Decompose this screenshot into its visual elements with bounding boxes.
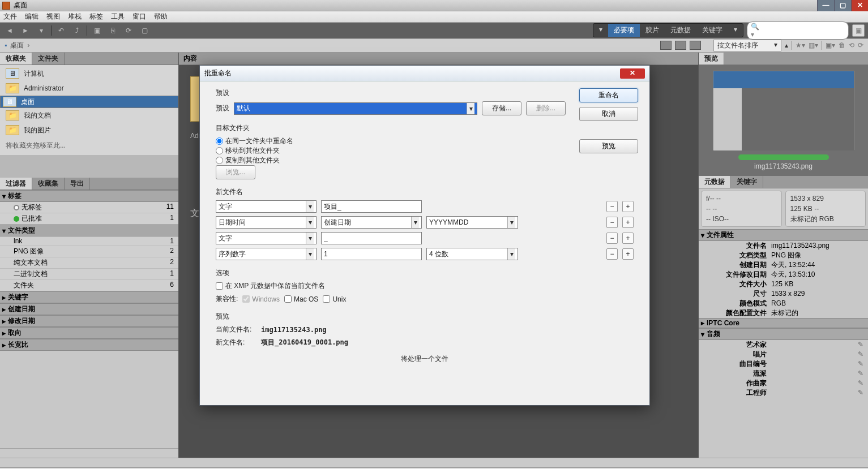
dialog-titlebar[interactable]: 批重命名 ✕ [200,66,649,81]
filter-icon[interactable]: ▥▾ [809,41,818,49]
pencil-icon[interactable]: ✎ [858,359,863,369]
ws-essentials[interactable]: 必要项 [608,24,640,37]
dropdown-icon[interactable]: ▾ [35,24,48,37]
preview-slider[interactable] [738,154,829,160]
refine-icon[interactable]: ⎘ [106,24,119,37]
tab-collections[interactable]: 收藏集 [32,178,65,190]
output-icon[interactable]: ⟳ [122,24,135,37]
radio-copy-folder[interactable]: 复制到其他文件夹 [216,156,634,165]
preset-dropdown[interactable]: 默认 ▾ [234,102,477,115]
scrollbar-h[interactable] [0,448,178,458]
type-dropdown[interactable]: 序列数字▾ [216,248,317,260]
fav-pictures[interactable]: 📁我的图片 [0,123,178,137]
filter-item[interactable]: 二进制文档1 [0,269,178,280]
prop-group-header[interactable]: ▸ IPTC Core [699,318,868,328]
prop-row[interactable]: 工程师✎ [699,388,868,398]
rename-button[interactable]: 重命名 [579,88,638,102]
search-box[interactable]: 🔍▾ [747,21,849,40]
save-preset-button[interactable]: 存储... [482,101,521,115]
filter-group-header[interactable]: ▾ 文件类型 [0,225,178,236]
prop-row[interactable]: 唱片✎ [699,350,868,359]
maximize-button[interactable]: ▢ [834,0,851,11]
camera-icon[interactable]: ▣ [91,24,103,37]
filter-item[interactable]: 文件夹6 [0,280,178,291]
menu-label[interactable]: 标签 [89,12,103,21]
format-dropdown[interactable]: 4 位数▾ [426,248,518,260]
fav-administrator[interactable]: 📁Administrator [0,81,178,96]
filter-item[interactable]: 纯文本文档2 [0,257,178,269]
rotate-ccw-icon[interactable]: ⟲ [849,41,854,49]
tab-favorites[interactable]: 收藏夹 [0,53,32,64]
remove-row-button[interactable]: − [606,217,618,228]
close-button[interactable]: ✕ [851,0,868,11]
menu-tools[interactable]: 工具 [111,12,125,21]
forward-button[interactable]: ► [19,24,32,37]
type-dropdown[interactable]: 文字▾ [216,200,317,213]
view-detail-button[interactable] [675,41,686,50]
dialog-close-button[interactable]: ✕ [620,68,645,79]
tab-keywords[interactable]: 关键字 [731,176,763,188]
chevron-right-icon[interactable]: › [27,41,29,49]
pencil-icon[interactable]: ✎ [858,369,863,378]
recent-button[interactable]: ↶ [55,24,67,37]
reveal-button[interactable]: ⤴ [71,24,83,37]
minimize-button[interactable]: — [817,0,834,11]
radio-move-folder[interactable]: 移动到其他文件夹 [216,146,634,156]
remove-row-button[interactable]: − [606,248,618,260]
view-thumb-button[interactable] [660,41,672,50]
format-dropdown[interactable]: YYYYMMDD▾ [426,216,518,229]
pencil-icon[interactable]: ✎ [858,378,863,388]
tab-preview[interactable]: 预览 [699,53,724,64]
check-xmp[interactable]: 在 XMP 元数据中保留当前文件名 [216,281,634,291]
prop-row[interactable]: 曲目编号✎ [699,359,868,369]
fav-computer[interactable]: 🖥计算机 [0,66,178,81]
sort-asc-icon[interactable]: ▴ [785,41,788,49]
sort-dropdown[interactable]: 按文件名排序▾ [713,40,781,51]
pencil-icon[interactable]: ✎ [858,388,863,398]
menu-help[interactable]: 帮助 [154,12,168,21]
type-dropdown[interactable]: 日期时间▾ [216,216,317,229]
remove-row-button[interactable]: − [606,201,618,212]
view-list-button[interactable] [690,41,701,50]
back-button[interactable]: ◄ [3,24,16,37]
ws-keywords[interactable]: 关键字 [696,24,728,37]
text-input[interactable] [321,248,422,260]
filter-group-header[interactable]: ▸ 修改日期 [0,315,178,327]
menu-file[interactable]: 文件 [3,12,17,21]
add-row-button[interactable]: + [622,233,634,244]
search-input[interactable] [762,27,846,35]
text-input[interactable] [321,232,422,244]
filter-group-header[interactable]: ▸ 取向 [0,327,178,339]
menu-stacks[interactable]: 堆栈 [68,12,82,21]
menu-window[interactable]: 窗口 [132,12,146,21]
check-unix[interactable]: Unix [323,295,346,303]
preview-button[interactable]: 预览 [579,139,638,153]
ws-dropdown-icon[interactable]: ▾ [593,24,608,37]
menu-view[interactable]: 视图 [46,12,60,21]
path-segment[interactable]: 桌面 [10,41,24,50]
cancel-button[interactable]: 取消 [579,107,638,121]
star-filter-icon[interactable]: ★▾ [796,41,805,49]
ws-more-icon[interactable]: ▾ [728,24,743,37]
filter-group-header[interactable]: ▸ 长宽比 [0,339,178,351]
tab-filter[interactable]: 过滤器 [0,178,32,190]
remove-row-button[interactable]: − [606,233,618,244]
fav-desktop[interactable]: 🖥桌面 [0,96,178,108]
add-row-button[interactable]: + [622,201,634,212]
check-mac[interactable]: Mac OS [284,295,318,303]
radio-same-folder[interactable]: 在同一文件夹中重命名 [216,136,634,146]
tab-metadata[interactable]: 元数据 [699,176,731,188]
type-dropdown[interactable]: 文字▾ [216,232,317,244]
ws-filmstrip[interactable]: 胶片 [640,24,665,37]
compact-icon[interactable]: ▣ [852,24,865,37]
ws-metadata[interactable]: 元数据 [665,24,696,37]
date-dropdown[interactable]: 创建日期▾ [321,216,422,229]
filter-group-header[interactable]: ▾ 标签 [0,190,178,202]
prop-row[interactable]: 艺术家✎ [699,340,868,350]
fav-documents[interactable]: 📁我的文档 [0,108,178,123]
filter-group-header[interactable]: ▸ 关键字 [0,291,178,303]
menu-edit[interactable]: 编辑 [25,12,39,21]
prop-row[interactable]: 作曲家✎ [699,378,868,388]
text-input[interactable] [321,200,422,213]
newfolder-icon[interactable]: ▣▾ [826,41,835,49]
